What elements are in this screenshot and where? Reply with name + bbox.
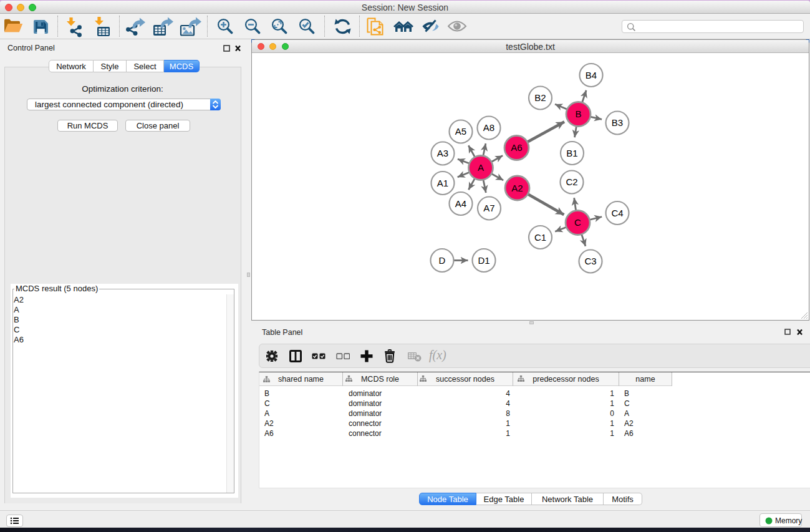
- svg-text:A4: A4: [455, 198, 466, 209]
- svg-text:A: A: [478, 162, 484, 173]
- svg-text:A6: A6: [511, 142, 522, 153]
- svg-text:C3: C3: [584, 256, 596, 266]
- svg-text:C4: C4: [611, 208, 623, 218]
- svg-text:C2: C2: [566, 177, 577, 187]
- svg-text:B1: B1: [566, 148, 577, 158]
- svg-text:B4: B4: [586, 70, 597, 80]
- svg-text:C: C: [574, 217, 581, 228]
- svg-text:D1: D1: [478, 255, 489, 266]
- svg-text:A7: A7: [483, 203, 494, 213]
- svg-text:A1: A1: [437, 178, 448, 188]
- svg-text:A2: A2: [511, 183, 523, 193]
- svg-text:C1: C1: [534, 232, 546, 243]
- svg-text:B3: B3: [612, 117, 623, 128]
- svg-text:B: B: [575, 109, 581, 119]
- svg-text:B2: B2: [534, 92, 546, 103]
- svg-text:D: D: [439, 255, 446, 266]
- svg-text:A5: A5: [455, 126, 466, 137]
- svg-text:A3: A3: [437, 148, 448, 158]
- svg-text:A8: A8: [483, 122, 494, 133]
